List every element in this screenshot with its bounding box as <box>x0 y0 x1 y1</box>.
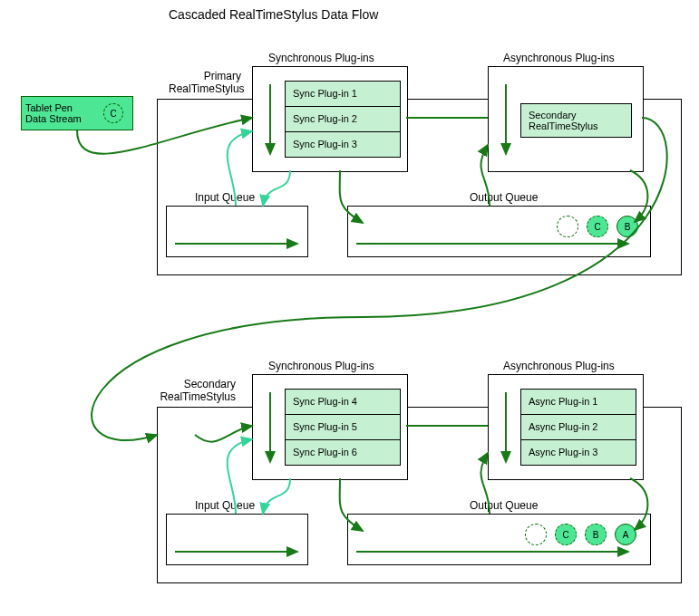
secondary-sync-plugin-4: Sync Plug-in 4 <box>286 390 400 415</box>
tablet-pen-token-letter: C <box>110 109 116 119</box>
secondary-input-queue-label: Input Queue <box>195 499 255 512</box>
primary-sync-plugin-1: Sync Plug-in 1 <box>286 82 400 107</box>
secondary-sync-plugin-5: Sync Plug-in 5 <box>286 415 400 440</box>
secondary-async-plugin-1: Async Plug-in 1 <box>521 390 636 415</box>
secondary-output-token-empty <box>525 524 547 545</box>
diagram-title: Cascaded RealTimeStylus Data Flow <box>169 7 378 22</box>
secondary-async-plugin-3: Async Plug-in 3 <box>521 440 636 465</box>
primary-output-token-b-letter: B <box>625 222 631 232</box>
secondary-sync-heading: Synchronous Plug-ins <box>268 360 374 372</box>
diagram-canvas: Cascaded RealTimeStylus Data Flow Tablet… <box>0 0 699 616</box>
secondary-output-token-a-letter: A <box>623 530 629 540</box>
primary-output-token-c-letter: C <box>594 222 600 232</box>
primary-output-token-c: C <box>587 216 608 237</box>
primary-async-secondary-rts: Secondary RealTimeStylus <box>520 103 632 138</box>
secondary-output-token-b: B <box>585 524 607 545</box>
secondary-sync-plugins-box: Sync Plug-in 4 Sync Plug-in 5 Sync Plug-… <box>252 374 408 480</box>
secondary-output-token-a: A <box>615 524 636 545</box>
secondary-input-queue-box <box>166 514 308 565</box>
primary-input-queue-label: Input Queue <box>195 191 255 204</box>
primary-async-heading: Asynchronous Plug-ins <box>503 52 615 64</box>
secondary-output-token-b-letter: B <box>593 530 599 540</box>
primary-output-queue-label: Output Queue <box>470 191 538 204</box>
primary-label: Primary RealTimeStylus <box>169 70 241 95</box>
primary-output-token-empty <box>557 216 578 237</box>
primary-sync-heading: Synchronous Plug-ins <box>268 52 374 64</box>
primary-sync-plugins-box: Sync Plug-in 1 Sync Plug-in 2 Sync Plug-… <box>252 66 408 172</box>
secondary-sync-plugin-stack: Sync Plug-in 4 Sync Plug-in 5 Sync Plug-… <box>285 389 401 466</box>
secondary-output-token-c-letter: C <box>562 530 568 540</box>
tablet-pen-box: Tablet Pen Data Stream C <box>21 96 133 130</box>
secondary-async-plugin-stack: Async Plug-in 1 Async Plug-in 2 Async Pl… <box>520 389 636 466</box>
secondary-async-plugins-box: Async Plug-in 1 Async Plug-in 2 Async Pl… <box>488 374 644 480</box>
primary-output-queue-box: C B <box>347 206 651 257</box>
secondary-output-queue-label: Output Queue <box>470 499 538 512</box>
primary-sync-plugin-3: Sync Plug-in 3 <box>286 132 400 157</box>
tablet-pen-token: C <box>103 103 123 123</box>
primary-output-token-b: B <box>616 216 638 237</box>
primary-sync-plugin-2: Sync Plug-in 2 <box>286 107 400 132</box>
secondary-output-queue-box: C B A <box>347 514 651 565</box>
primary-input-queue-box <box>166 206 308 257</box>
tablet-pen-label: Tablet Pen Data Stream <box>25 102 82 124</box>
primary-sync-plugin-stack: Sync Plug-in 1 Sync Plug-in 2 Sync Plug-… <box>285 81 401 158</box>
primary-async-plugins-box: Secondary RealTimeStylus <box>488 66 644 172</box>
secondary-async-heading: Asynchronous Plug-ins <box>503 360 615 372</box>
secondary-output-token-c: C <box>555 524 577 545</box>
secondary-label: Secondary RealTimeStylus <box>159 378 236 403</box>
secondary-sync-plugin-6: Sync Plug-in 6 <box>286 440 400 465</box>
secondary-async-plugin-2: Async Plug-in 2 <box>521 415 636 440</box>
